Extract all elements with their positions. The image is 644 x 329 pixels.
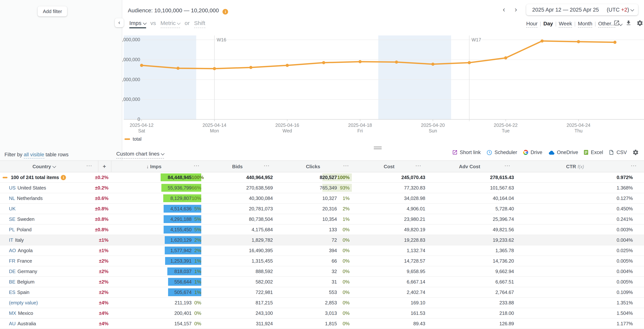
table-row[interactable]: DE Germany i ±2% 818,037 1% 888,592 32 0… bbox=[0, 266, 644, 277]
column-menu-icon[interactable]: ··· bbox=[504, 163, 510, 169]
chart-point[interactable] bbox=[286, 64, 289, 67]
all-visible-link[interactable]: all visible bbox=[24, 152, 44, 159]
settings-gear-icon[interactable] bbox=[636, 20, 643, 27]
table-row[interactable]: ES Spain i ±2% 505,674 1% 722,981 553 0%… bbox=[0, 287, 644, 298]
chart-point[interactable] bbox=[213, 67, 216, 70]
primary-metric-dropdown[interactable]: Imps bbox=[129, 20, 146, 28]
date-range-picker[interactable]: 2025 Apr 12 — 2025 Apr 25 (UTC +2) bbox=[526, 4, 638, 15]
table-row[interactable]: (empty value) i ±4% 211,193 0% 817,215 2… bbox=[0, 298, 644, 308]
excel-export-button[interactable]: Excel bbox=[584, 150, 603, 155]
chart-point[interactable] bbox=[432, 63, 434, 66]
table-row[interactable]: BE Belgium i ±2% 556,644 1% 582,002 31 0… bbox=[0, 277, 644, 287]
chart-point[interactable] bbox=[322, 61, 325, 64]
column-header-cost[interactable]: Cost bbox=[384, 164, 394, 169]
country-cell[interactable]: (empty value) i bbox=[0, 300, 90, 305]
imps-percent: 100% bbox=[192, 175, 201, 180]
country-cell[interactable]: NL Netherlands i bbox=[0, 195, 90, 201]
table-row[interactable]: UK i ±0.8% 4,514,636 5% 20,781,073 20,31… bbox=[0, 204, 644, 214]
shift-option[interactable]: Shift bbox=[194, 20, 205, 28]
date-prev-button[interactable]: ‹ bbox=[503, 6, 505, 14]
info-icon[interactable]: i bbox=[61, 175, 66, 180]
granularity-option-month[interactable]: Month bbox=[578, 21, 592, 28]
column-menu-icon[interactable]: ··· bbox=[264, 163, 270, 169]
clicks-cell: 31 0% bbox=[273, 277, 352, 287]
granularity-option-day[interactable]: Day bbox=[544, 21, 553, 27]
date-next-button[interactable]: › bbox=[515, 6, 517, 14]
column-header-country[interactable]: Country bbox=[32, 164, 56, 169]
country-cell[interactable]: AU Australia i bbox=[0, 321, 90, 326]
column-header-ctr[interactable]: CTRf(x) bbox=[566, 164, 584, 169]
chart-back-button[interactable]: ‹ bbox=[115, 18, 124, 27]
column-menu-icon[interactable]: ··· bbox=[416, 163, 422, 169]
column-header-imps[interactable]: ↓ Imps bbox=[146, 164, 162, 169]
country-cell[interactable]: SE Sweden i bbox=[0, 216, 90, 222]
clicks-value: 10,354 bbox=[322, 216, 337, 222]
chart-point[interactable] bbox=[540, 39, 544, 43]
country-code: PL bbox=[9, 227, 15, 232]
download-icon[interactable] bbox=[625, 20, 632, 27]
country-cell[interactable]: US United States i bbox=[0, 185, 90, 191]
country-code: BE bbox=[9, 279, 15, 285]
chevron-down-icon bbox=[161, 152, 164, 155]
short-link-export-button[interactable]: Short link bbox=[452, 150, 481, 155]
info-icon[interactable]: i bbox=[223, 9, 228, 15]
country-cell[interactable]: BE Belgium i bbox=[0, 279, 90, 285]
table-settings-gear-icon[interactable] bbox=[632, 149, 639, 156]
granularity-option-hour[interactable]: Hour bbox=[526, 21, 538, 28]
table-row[interactable]: IT Italy i ±1% 1,620,129 2% 1,829,782 72… bbox=[0, 235, 644, 245]
imps-percent: 0% bbox=[192, 300, 201, 305]
bids-cell: 270,638,569 bbox=[201, 185, 273, 191]
scheduler-export-button[interactable]: Scheduler bbox=[486, 149, 517, 155]
column-menu-icon[interactable]: ··· bbox=[86, 163, 92, 169]
table-row[interactable]: NL Netherlands i ±0.6% 8,129,807 10% 40,… bbox=[0, 193, 644, 204]
granularity-option-other[interactable]: Other... bbox=[598, 21, 615, 28]
table-row[interactable]: AU Australia i ±4% 154,157 0% 311,924 1,… bbox=[0, 318, 644, 329]
column-header-clicks[interactable]: Clicks bbox=[306, 164, 320, 169]
country-cell[interactable]: ES Spain i bbox=[0, 289, 90, 295]
country-cell[interactable]: 100 of 241 total items i bbox=[0, 175, 90, 180]
chart-point[interactable] bbox=[468, 61, 471, 64]
column-menu-icon[interactable]: ··· bbox=[194, 163, 200, 169]
column-menu-icon[interactable]: ··· bbox=[631, 163, 637, 169]
country-cell[interactable]: DE Germany i bbox=[0, 268, 90, 274]
adv-cost-cell: 9,662.94 bbox=[425, 268, 514, 274]
chart-point[interactable] bbox=[249, 66, 252, 69]
country-cell[interactable]: AO Angola i bbox=[0, 248, 90, 253]
granularity-option-week[interactable]: Week bbox=[559, 21, 572, 28]
chart-point[interactable] bbox=[614, 41, 616, 44]
clicks-percent: 0% bbox=[337, 258, 350, 264]
csv-export-button[interactable]: CSV bbox=[608, 150, 627, 155]
chart-point[interactable] bbox=[176, 67, 180, 70]
country-cell[interactable]: PL Poland i bbox=[0, 227, 90, 232]
chart-point[interactable] bbox=[358, 60, 362, 63]
drive-export-button[interactable]: Drive bbox=[523, 150, 542, 155]
export-label: Scheduler bbox=[494, 150, 517, 155]
add-column-button[interactable]: + bbox=[103, 163, 106, 169]
chart-point[interactable] bbox=[395, 61, 398, 64]
table-row[interactable]: PL Poland i ±0.8% 4,155,450 5% 4,175,684… bbox=[0, 225, 644, 235]
country-cell[interactable]: FR France i bbox=[0, 258, 90, 264]
chart-point[interactable] bbox=[577, 40, 580, 43]
table-row[interactable]: SE Sweden i ±0.8% 4,291,188 5% 80,738,50… bbox=[0, 214, 644, 225]
country-cell[interactable]: IT Italy i bbox=[0, 237, 90, 243]
chart-legend[interactable]: total bbox=[124, 137, 142, 142]
country-cell[interactable]: UK i bbox=[0, 206, 90, 211]
table-row[interactable]: AO Angola i ±1% 1,577,942 2% 16,490,395 … bbox=[0, 245, 644, 256]
add-filter-button[interactable]: Add filter bbox=[38, 6, 67, 17]
custom-chart-lines-dropdown[interactable]: Custom chart lines bbox=[116, 151, 164, 159]
table-row[interactable]: MX Mexico i ±4% 200,401 0% 243,100 3,013… bbox=[0, 308, 644, 318]
column-header-adv-cost[interactable]: Adv Cost bbox=[459, 164, 480, 169]
country-code: SE bbox=[9, 216, 15, 222]
chart-point[interactable] bbox=[504, 56, 507, 60]
table-row[interactable]: US United States i ±0.2% 55,936,799 66% … bbox=[0, 183, 644, 193]
chart-point[interactable] bbox=[140, 64, 143, 67]
column-menu-icon[interactable]: ··· bbox=[343, 163, 349, 169]
compare-metric-dropdown[interactable]: Metric bbox=[160, 20, 180, 28]
table-row[interactable]: 100 of 241 total items i ±0.2% 84,448,94… bbox=[0, 172, 644, 183]
table-row[interactable]: FR France i ±2% 1,253,391 1% 1,315,455 6… bbox=[0, 256, 644, 266]
country-cell[interactable]: MX Mexico i bbox=[0, 310, 90, 316]
chart-resize-handle[interactable] bbox=[374, 147, 382, 150]
column-header-bids[interactable]: Bids bbox=[232, 164, 242, 169]
onedrive-export-button[interactable]: OneDrive bbox=[548, 150, 578, 155]
open-in-new-icon[interactable] bbox=[614, 20, 620, 27]
